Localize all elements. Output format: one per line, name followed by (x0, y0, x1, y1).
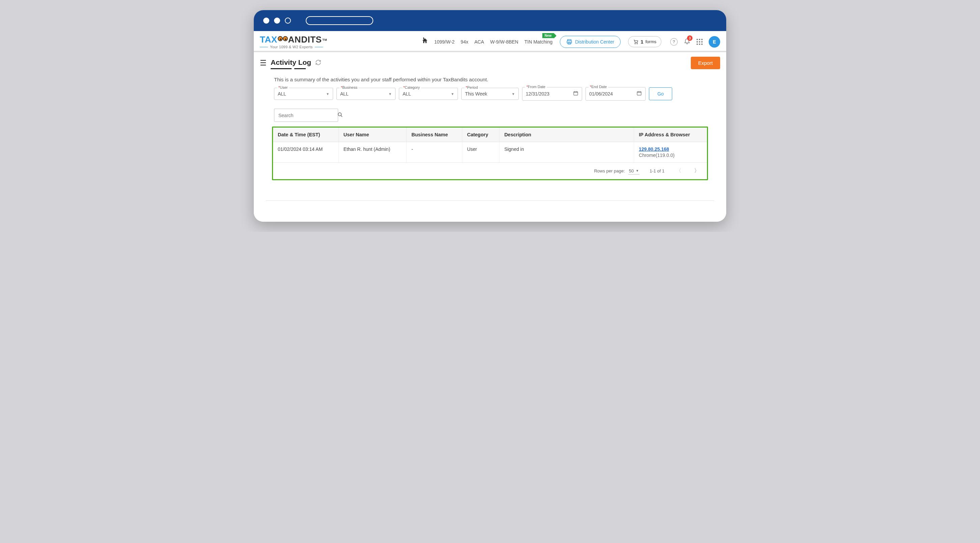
forms-pill[interactable]: 1 forms (628, 36, 662, 47)
period-filter-value: This Week (465, 91, 509, 97)
page-title: Activity Log (270, 58, 311, 68)
home-icon[interactable] (422, 37, 428, 46)
col-business: Business Name (407, 127, 462, 142)
main-nav: 1099/W-2 94x ACA W-9/W-8BEN New TIN Matc… (422, 37, 553, 46)
svg-point-8 (338, 113, 341, 116)
from-date-field[interactable]: *From Date 12/31/2023 (522, 87, 582, 100)
window-dot (274, 18, 280, 24)
avatar[interactable]: E (709, 36, 720, 48)
forms-count: 1 (641, 39, 643, 45)
cell-category: User (462, 142, 499, 162)
printer-icon (566, 39, 572, 45)
chevron-down-icon: ▼ (388, 92, 392, 96)
nav-w9-w8ben[interactable]: W-9/W-8BEN (490, 39, 519, 45)
new-badge: New (542, 33, 554, 38)
table-footer: Rows per page: 50 ▼ 1-1 of 1 〈 〉 (273, 162, 707, 179)
filters-row: *User ALL ▼ *Business ALL ▼ *Category AL… (274, 87, 720, 100)
nav-tin-matching[interactable]: TIN Matching (524, 39, 552, 45)
nav-94x[interactable]: 94x (461, 39, 468, 45)
ip-link[interactable]: 129.80.25.168 (639, 146, 702, 152)
logo-tm: TM (322, 38, 327, 41)
logo-eyes-icon (278, 36, 288, 41)
notification-badge: 3 (687, 35, 692, 41)
logo-tagline: Your 1099 & W2 Experts (270, 45, 313, 49)
svg-rect-2 (567, 41, 572, 43)
table-row: 01/02/2024 03:14 AM Ethan R. hunt (Admin… (273, 142, 707, 162)
menu-icon[interactable]: ☰ (260, 59, 267, 67)
cell-description: Signed in (500, 142, 634, 162)
nav-aca[interactable]: ACA (474, 39, 484, 45)
logo-suffix: ANDITS (288, 34, 322, 45)
business-filter-value: ALL (340, 91, 386, 97)
col-username: User Name (339, 127, 406, 142)
search-box[interactable] (274, 109, 338, 122)
period-filter[interactable]: *Period This Week ▼ (461, 88, 519, 100)
chevron-down-icon: ▼ (512, 92, 515, 96)
cart-icon (633, 39, 638, 45)
user-filter[interactable]: *User ALL ▼ (274, 88, 333, 100)
col-datetime: Date & Time (EST) (273, 127, 339, 142)
refresh-icon[interactable] (315, 59, 321, 67)
page-description: This is a summary of the activities you … (274, 76, 720, 82)
rows-per-page-label: Rows per page: (594, 169, 625, 174)
divider (266, 201, 714, 201)
prev-page-button[interactable]: 〈 (675, 166, 683, 176)
window-dot (285, 18, 291, 24)
distribution-center-button[interactable]: Distribution Center (560, 36, 620, 48)
distribution-label: Distribution Center (575, 39, 614, 45)
search-input[interactable] (278, 113, 337, 118)
window-dot (263, 18, 269, 24)
from-date-value: 12/31/2023 (526, 91, 573, 97)
next-page-button[interactable]: 〉 (693, 166, 701, 176)
svg-point-5 (637, 43, 638, 44)
logo[interactable]: TAX ANDITS TM Your 1099 & W2 Experts (260, 34, 327, 49)
rows-per-page-select[interactable]: 50 ▼ (628, 168, 640, 175)
export-button[interactable]: Export (691, 57, 720, 69)
cell-business: - (407, 142, 462, 162)
end-date-field[interactable]: *End Date 01/06/2024 (585, 87, 646, 100)
chevron-down-icon: ▼ (636, 169, 639, 172)
browser-frame: TAX ANDITS TM Your 1099 & W2 Experts (254, 10, 726, 222)
category-filter[interactable]: *Category ALL ▼ (399, 88, 458, 100)
cell-datetime: 01/02/2024 03:14 AM (273, 142, 339, 162)
browser-text: Chrome(119.0.0) (639, 153, 702, 158)
user-filter-value: ALL (278, 91, 323, 97)
chevron-down-icon: ▼ (326, 92, 329, 96)
svg-rect-6 (574, 91, 578, 95)
notifications-button[interactable]: 3 (684, 37, 690, 46)
window-titlebar (254, 10, 726, 31)
svg-point-4 (635, 43, 635, 44)
business-filter[interactable]: *Business ALL ▼ (336, 88, 396, 100)
cell-user: Ethan R. hunt (Admin) (339, 142, 406, 162)
search-icon (337, 112, 343, 118)
calendar-icon (573, 91, 578, 97)
category-filter-value: ALL (402, 91, 448, 97)
col-category: Category (462, 127, 499, 142)
col-ip-browser: IP Address & Browser (634, 127, 707, 142)
nav-1099-w2[interactable]: 1099/W-2 (434, 39, 455, 45)
url-bar[interactable] (306, 16, 373, 25)
chevron-down-icon: ▼ (451, 92, 454, 96)
end-date-value: 01/06/2024 (589, 91, 636, 97)
cell-ip-browser: 129.80.25.168 Chrome(119.0.0) (634, 142, 707, 162)
svg-rect-0 (423, 37, 424, 39)
app-header: TAX ANDITS TM Your 1099 & W2 Experts (254, 31, 726, 51)
calendar-icon (636, 91, 642, 97)
activity-table: Date & Time (EST) User Name Business Nam… (272, 127, 708, 180)
logo-prefix: TAX (260, 34, 277, 45)
col-description: Description (500, 127, 634, 142)
pagination-range: 1-1 of 1 (650, 169, 665, 174)
forms-label: forms (646, 39, 657, 44)
help-icon[interactable]: ? (670, 38, 678, 46)
go-button[interactable]: Go (649, 88, 672, 100)
apps-icon[interactable] (697, 39, 703, 45)
svg-rect-7 (637, 91, 641, 95)
